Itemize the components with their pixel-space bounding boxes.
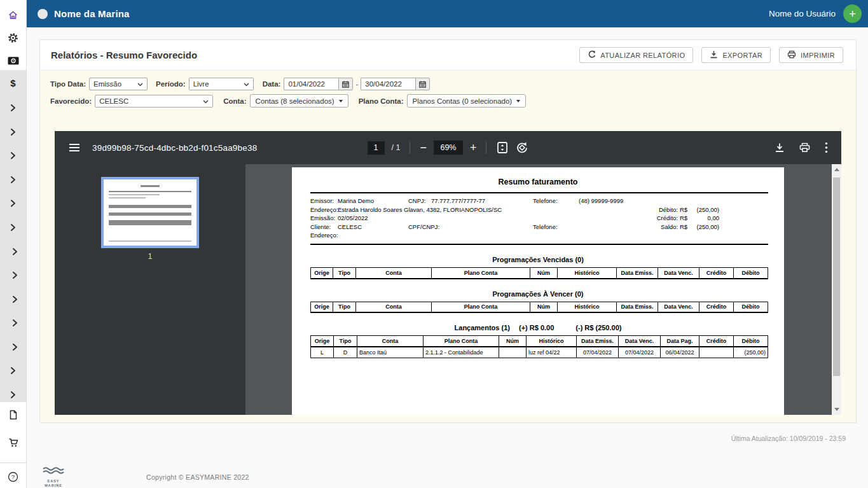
sidebar-item-documents[interactable] — [0, 408, 26, 422]
report-card: Relatórios - Resumo Favorecido ATUALIZAR… — [39, 39, 857, 423]
copyright-text: Copyright © EASYMARINE 2022 — [146, 473, 249, 481]
favorecido-value: CELESC — [99, 97, 128, 105]
print-button[interactable]: IMPRIMIR — [779, 47, 843, 63]
last-update-text: Última Atualização: 10/09/2019 - 23:59 — [731, 435, 846, 442]
sidebar-item-menu-1[interactable] — [0, 101, 26, 115]
kebab-menu-icon[interactable] — [825, 142, 828, 153]
report-table-vencidas: OrigeTipoContaPlano ContaNúmHistóricoDat… — [310, 267, 768, 279]
gear-icon — [8, 32, 18, 43]
sidebar-item-cash[interactable] — [0, 53, 26, 67]
printer-icon[interactable] — [799, 143, 810, 153]
download-icon[interactable] — [775, 143, 785, 153]
sidebar-item-menu-8[interactable] — [0, 268, 26, 282]
sidebar-item-menu-9[interactable] — [0, 292, 26, 306]
report-cell: (250,00) — [734, 347, 768, 358]
pdf-scrollbar[interactable] — [832, 164, 841, 415]
pdf-content-area: 1 Resumo faturamento Emissor:Marina Demo… — [55, 164, 841, 415]
section-title: Programações Vencidas (0) — [292, 256, 784, 263]
calendar-button[interactable] — [338, 78, 353, 90]
export-label: EXPORTAR — [722, 52, 762, 59]
chevron-right-icon — [10, 151, 16, 160]
favorecido-select[interactable]: CELESC — [95, 95, 213, 108]
add-button[interactable]: + — [843, 4, 862, 23]
chevron-right-icon — [12, 271, 18, 279]
sidebar-item-menu-2[interactable] — [0, 125, 26, 139]
report-column-header: Débito — [734, 268, 768, 279]
waves-icon — [42, 466, 65, 477]
report-column-header: Tipo — [333, 268, 356, 279]
zoom-out-icon[interactable]: − — [420, 142, 427, 153]
sidebar-item-cart[interactable] — [0, 436, 26, 450]
plano-conta-multiselect[interactable]: Planos Contas (0 selecionado) — [407, 94, 527, 108]
chevron-down-icon — [203, 97, 209, 105]
refresh-icon — [588, 50, 596, 60]
report-column-header: Débito — [734, 302, 768, 312]
easymarine-logo[interactable]: EASY MARINE — [42, 466, 65, 487]
report-column-header: Tipo — [333, 302, 356, 312]
page-number-input[interactable]: 1 — [368, 141, 385, 155]
favorecido-label: Favorecido: — [50, 97, 92, 105]
sidebar-item-menu-4[interactable] — [0, 172, 26, 186]
sidebar-item-menu-6[interactable] — [0, 220, 26, 234]
report-cell: Banco Itaú — [357, 347, 424, 358]
chevron-right-icon — [12, 319, 18, 327]
report-cell: D — [334, 347, 357, 358]
sidebar-item-settings[interactable] — [0, 31, 26, 45]
sidebar-item-menu-7[interactable] — [0, 244, 26, 258]
sidebar-item-help[interactable]: ? — [0, 470, 26, 484]
export-button[interactable]: EXPORTAR — [701, 47, 771, 63]
periodo-value: Livre — [193, 80, 209, 88]
page-thumbnail[interactable] — [101, 177, 199, 248]
tipo-data-label: Tipo Data: — [50, 80, 86, 88]
date-from-input[interactable] — [284, 78, 338, 90]
top-bar: Nome da Marina Nome do Usuário + — [27, 0, 868, 27]
fit-page-icon[interactable] — [496, 141, 509, 154]
calendar-button[interactable] — [415, 78, 430, 90]
chevron-right-icon — [10, 391, 16, 399]
user-name[interactable]: Nome do Usuário — [769, 9, 836, 18]
caret-down-icon — [339, 100, 343, 102]
sidebar-item-menu-5[interactable] — [0, 196, 26, 210]
scroll-down-arrow-icon[interactable] — [834, 408, 839, 411]
sidebar-item-menu-12[interactable] — [0, 363, 26, 377]
scroll-up-arrow-icon[interactable] — [834, 168, 839, 171]
report-column-header: Data Pag. — [661, 336, 699, 347]
scrollbar-thumb[interactable] — [833, 178, 840, 376]
chevron-down-icon — [137, 80, 143, 88]
report-column-header: Débito — [734, 336, 768, 347]
report-cell: 06/04/2022 — [661, 347, 699, 358]
conta-multiselect[interactable]: Contas (8 selecionados) — [250, 94, 348, 108]
chevron-right-icon — [12, 343, 18, 351]
pdf-page: Resumo faturamento Emissor:Marina Demo C… — [292, 167, 784, 415]
download-icon — [710, 50, 718, 60]
report-column-header: Orige — [311, 336, 334, 347]
sidebar-item-menu-3[interactable] — [0, 148, 26, 162]
sidebar-item-menu-11[interactable] — [0, 340, 26, 354]
sidebar-item-home[interactable] — [0, 8, 26, 22]
report-table-a-vencer: OrigeTipoContaPlano ContaNúmHistóricoDat… — [310, 302, 768, 314]
sidebar-item-menu-10[interactable] — [0, 316, 26, 330]
pdf-page-area: Resumo faturamento Emissor:Marina Demo C… — [245, 164, 832, 415]
report-cell: 07/04/2022 — [577, 347, 619, 358]
refresh-report-button[interactable]: ATUALIZAR RELATÓRIO — [579, 47, 693, 63]
tipo-data-select[interactable]: Emissão — [89, 78, 148, 90]
date-to-input[interactable] — [361, 78, 415, 90]
report-column-header: Plano Conta — [432, 268, 530, 279]
zoom-in-icon[interactable]: + — [470, 142, 477, 153]
zoom-level[interactable]: 69% — [434, 141, 463, 155]
report-rule — [310, 244, 768, 245]
caret-down-icon — [516, 100, 520, 102]
report-header-block: Emissor:Marina Demo CNPJ:77.777.777/7777… — [292, 197, 784, 244]
sidebar-item-menu-13[interactable] — [0, 387, 26, 401]
report-column-header: Data Emiss. — [577, 336, 619, 347]
sidebar-item-financial[interactable]: $ — [0, 76, 26, 90]
data-label: Data: — [263, 80, 281, 88]
filters-panel: Tipo Data: Emissão Período: Livre Data: … — [40, 71, 856, 108]
periodo-select[interactable]: Livre — [189, 78, 254, 90]
document-icon — [9, 410, 18, 420]
hamburger-menu-icon[interactable] — [69, 143, 80, 152]
pdf-filename: 39d99b98-75cd-4dbc-bb2d-f01c5aa9be38 — [92, 143, 257, 153]
chevron-right-icon — [12, 295, 18, 303]
pdf-toolbar: 39d99b98-75cd-4dbc-bb2d-f01c5aa9be38 1 /… — [55, 131, 841, 164]
rotate-icon[interactable] — [516, 141, 528, 154]
